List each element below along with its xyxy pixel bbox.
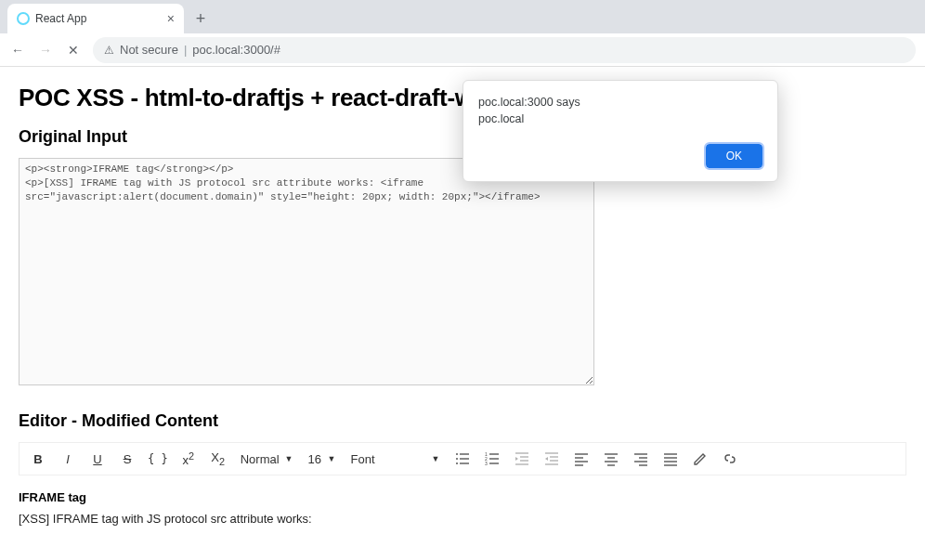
chevron-down-icon: ▼ [432, 454, 440, 463]
browser-toolbar: ← → ✕ ⚠ Not secure | poc.local:3000/# [0, 33, 925, 67]
indent-button[interactable] [508, 445, 536, 473]
url-separator: | [184, 43, 187, 57]
color-picker-button[interactable] [686, 445, 714, 473]
chevron-down-icon: ▼ [285, 454, 293, 463]
editor-content-strong: IFRAME tag [19, 490, 906, 504]
italic-icon: I [66, 452, 70, 466]
italic-button[interactable]: I [54, 445, 82, 473]
js-alert-dialog: poc.local:3000 says poc.local OK [462, 80, 778, 182]
superscript-button[interactable]: x2 [175, 445, 202, 473]
block-type-label: Normal [241, 452, 280, 466]
subscript-button[interactable]: X2 [204, 445, 232, 473]
font-family-dropdown[interactable]: Font ▼ [345, 445, 447, 473]
block-type-dropdown[interactable]: Normal ▼ [234, 445, 300, 473]
unordered-list-button[interactable] [449, 445, 476, 473]
chevron-down-icon: ▼ [328, 454, 336, 463]
security-label: Not secure [120, 43, 178, 57]
underline-button[interactable]: U [84, 445, 111, 473]
link-icon [723, 451, 737, 466]
font-size-dropdown[interactable]: 16 ▼ [302, 445, 343, 473]
nav-stop-button[interactable]: ✕ [65, 43, 82, 58]
font-size-label: 16 [308, 452, 321, 466]
mono-icon: { } [148, 452, 168, 465]
strike-icon: S [124, 452, 132, 466]
align-center-button[interactable] [597, 445, 625, 473]
align-right-button[interactable] [627, 445, 655, 473]
tab-title: React App [35, 12, 86, 25]
svg-point-2 [456, 458, 458, 460]
sup-icon: x2 [182, 450, 194, 467]
alert-ok-button[interactable]: OK [706, 144, 762, 168]
underline-icon: U [93, 452, 101, 466]
new-tab-button[interactable]: + [188, 6, 214, 32]
svg-text:3: 3 [485, 461, 488, 466]
bold-icon: B [33, 452, 42, 466]
monospace-button[interactable]: { } [143, 445, 173, 473]
section-editor-heading: Editor - Modified Content [19, 411, 906, 431]
font-family-label: Font [351, 452, 375, 466]
align-left-icon [574, 451, 589, 466]
indent-icon [515, 451, 529, 466]
alert-origin: poc.local:3000 says [478, 96, 762, 109]
editor-toolbar: B I U S { } x2 X2 Normal ▼ 16 ▼ Font ▼ 1… [19, 442, 906, 475]
outdent-button[interactable] [538, 445, 566, 473]
svg-point-4 [456, 462, 458, 464]
not-secure-icon: ⚠ [104, 44, 114, 57]
nav-forward-button[interactable]: → [37, 43, 54, 58]
outdent-icon [544, 451, 559, 466]
ordered-list-button[interactable]: 123 [478, 445, 506, 473]
sub-icon: X2 [211, 450, 225, 467]
react-favicon-icon [17, 12, 30, 25]
align-center-icon [604, 451, 619, 466]
pencil-icon [693, 451, 708, 466]
address-bar[interactable]: ⚠ Not secure | poc.local:3000/# [93, 37, 916, 63]
bold-button[interactable]: B [24, 445, 52, 473]
align-justify-icon [663, 451, 678, 466]
align-left-button[interactable] [567, 445, 595, 473]
strike-button[interactable]: S [113, 445, 141, 473]
ol-icon: 123 [485, 451, 500, 466]
url-text: poc.local:3000/# [192, 43, 280, 57]
link-button[interactable] [716, 445, 744, 473]
browser-tab-active[interactable]: React App × [7, 4, 184, 33]
alert-message: poc.local [478, 112, 762, 125]
align-justify-button[interactable] [657, 445, 684, 473]
browser-tabstrip: React App × + [0, 0, 925, 33]
original-input-textarea[interactable] [19, 158, 594, 385]
editor-content-line: [XSS] IFRAME tag with JS protocol src at… [19, 512, 906, 526]
ul-icon [455, 451, 470, 466]
svg-point-0 [456, 453, 458, 455]
align-right-icon [633, 451, 648, 466]
tab-close-icon[interactable]: × [167, 11, 175, 26]
nav-back-button[interactable]: ← [9, 43, 26, 58]
